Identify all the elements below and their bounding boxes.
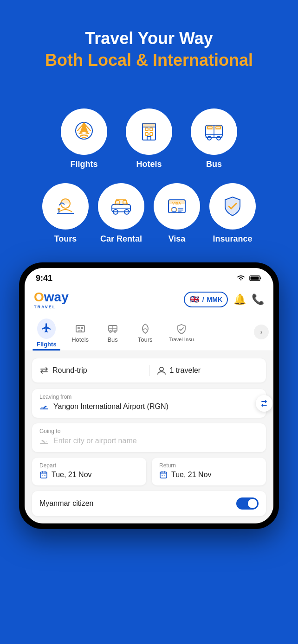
service-visa[interactable]: VISA Visa [154,183,200,244]
svg-rect-2 [143,123,155,127]
tab-insurance-label: Travel Insu... [169,337,194,342]
svg-rect-39 [76,325,84,332]
hotels-tab-icon [75,323,86,334]
phone-icon[interactable]: 📞 [252,293,264,306]
round-trip-icon [39,366,49,375]
depart-value: Tue, 21 Nov [39,471,139,479]
search-form: Round-trip 1 traveler Leaving from [25,351,273,523]
swap-icon [260,399,268,408]
tab-flights[interactable]: Flights [29,314,64,351]
service-visa-circle: VISA [154,183,200,230]
return-value: Tue, 21 Nov [159,471,259,479]
hero-section: Travel Your Way Both Local & Internation… [0,0,298,85]
service-bus-circle [191,108,237,155]
going-to-value: Enter city or airport name [39,436,259,446]
citizen-toggle[interactable] [236,497,259,510]
hero-title: Travel Your Way [9,28,289,50]
battery-icon [249,275,262,281]
tab-tours-label: Tours [138,336,153,343]
traveler-selector[interactable]: 1 traveler [157,366,259,375]
status-bar: 9:41 [25,268,273,285]
svg-point-45 [114,331,116,332]
logo-way: way [44,290,69,305]
svg-rect-49 [40,472,47,478]
arrival-icon [39,436,49,446]
flag-icon: 🇬🇧 [189,294,200,305]
header-right: 🇬🇧 / MMK 🔔 📞 [184,292,264,307]
service-tours[interactable]: Tours [42,183,89,244]
flights-tab-bg [37,319,56,339]
service-insurance-circle [209,183,256,230]
notification-icon[interactable]: 🔔 [233,293,246,306]
visa-icon: VISA [164,193,190,219]
service-hotels-circle [126,108,172,155]
app-header: O way TRAVEL 🇬🇧 / MMK 🔔 📞 [25,285,273,314]
service-flights[interactable]: Flights [61,108,107,169]
service-tours-circle [42,183,89,230]
hero-subtitle: Both Local & International [9,50,289,71]
service-hotels[interactable]: Hotels [126,108,172,169]
insurance-tab-icon [176,324,187,335]
calendar-icon [39,471,48,479]
tours-icon [52,193,78,219]
tab-hotels[interactable]: Hotels [64,319,97,346]
service-bus-label: Bus [206,159,222,169]
service-car-rental[interactable]: Car Rental [98,183,144,244]
going-to-placeholder: Enter city or airport name [53,437,137,445]
trip-divider [149,365,149,376]
phone-screen: 9:41 [25,268,273,523]
service-tours-label: Tours [54,234,77,244]
citizen-label: Myanmar citizen [39,499,93,508]
flights-tab-icon [41,322,52,333]
svg-rect-53 [42,475,43,476]
tab-flights-label: Flights [37,341,57,348]
tab-tours[interactable]: Tours [129,319,162,346]
language-button[interactable]: 🇬🇧 / MMK [184,292,228,307]
departure-icon [39,402,49,411]
bus-tab-icon [107,323,118,334]
dates-row: Depart Tue, 21 Nov [32,458,266,485]
car-icon [108,193,134,219]
tab-bus[interactable]: Bus [97,319,129,346]
depart-date-group[interactable]: Depart Tue, 21 Nov [32,458,146,485]
oway-logo: O way TRAVEL [34,290,69,309]
tours-tab-icon [140,323,151,334]
tab-bus-label: Bus [107,336,117,343]
trip-type-row[interactable]: Round-trip 1 traveler [32,358,266,383]
svg-point-44 [110,331,111,332]
plane-icon [71,119,97,145]
traveler-value: 1 traveler [170,366,201,375]
services-top-row: Flights Hotels [0,85,298,179]
lang-separator: / [202,296,204,303]
nav-tabs: Flights Hotels [25,314,273,351]
hotel-icon [136,119,162,145]
citizen-row[interactable]: Myanmar citizen [32,491,266,516]
logo-tagline: TRAVEL [34,305,56,309]
status-icons [236,275,262,281]
return-date: Tue, 21 Nov [171,471,212,479]
logo-text-row: O way [34,290,69,305]
service-insurance[interactable]: Insurance [209,183,256,244]
svg-text:VISA: VISA [172,201,181,205]
leaving-from-label: Leaving from [39,394,259,400]
trip-type-value: Round-trip [52,366,87,375]
return-date-group[interactable]: Return Tue, 21 Nov [152,458,266,485]
service-car-rental-label: Car Rental [100,234,142,244]
swap-button[interactable] [256,395,272,412]
service-car-circle [98,183,144,230]
going-to-group[interactable]: Going to Enter city or airport name [32,423,266,452]
svg-rect-7 [147,136,151,140]
trip-type-selector[interactable]: Round-trip [39,366,142,375]
service-bus[interactable]: Bus [191,108,237,169]
service-insurance-label: Insurance [213,234,252,244]
svg-rect-38 [251,277,259,280]
nav-more-button[interactable]: › [254,325,269,339]
svg-rect-42 [79,330,82,332]
leaving-from-group[interactable]: Leaving from Yangon International Airpor… [32,389,266,418]
services-bottom-row: Tours Car Rental VISA [0,179,298,262]
svg-rect-59 [162,475,163,476]
traveler-icon [157,366,166,375]
svg-rect-40 [78,327,79,329]
tab-travel-insurance[interactable]: Travel Insu... [162,319,202,345]
svg-point-48 [160,367,163,371]
